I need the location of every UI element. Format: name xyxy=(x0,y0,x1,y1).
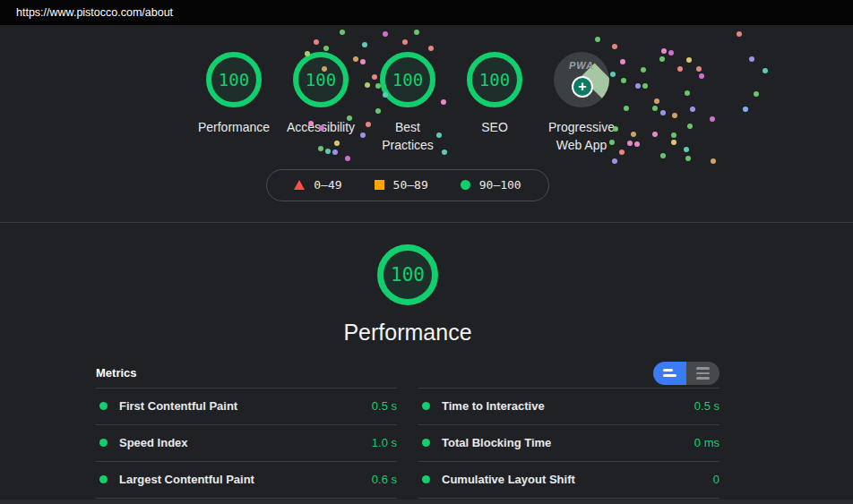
score-ring: 100 xyxy=(293,52,349,107)
confetti-dot xyxy=(763,68,768,73)
score-value: 100 xyxy=(219,70,249,90)
performance-score-value: 100 xyxy=(391,264,425,286)
metric-value: 0.5 s xyxy=(372,399,397,413)
score-label: SEO xyxy=(481,118,508,136)
score-ring: 100 xyxy=(206,52,262,107)
list-view-button[interactable] xyxy=(686,362,719,385)
metric-label: Total Blocking Time xyxy=(442,436,694,449)
legend-range: 0–49 xyxy=(314,178,341,192)
pass-dot-icon xyxy=(422,475,430,483)
metrics-col-right: Time to Interactive 0.5 s Total Blocking… xyxy=(418,388,719,499)
metric-row: Speed Index 1.0 s xyxy=(96,425,397,462)
pwa-badge[interactable]: + PWA Progressive Web App xyxy=(539,52,625,155)
pass-dot-icon xyxy=(99,475,108,483)
score-value: 100 xyxy=(306,70,336,90)
score-label: Best Practices xyxy=(368,118,447,155)
circle-icon xyxy=(461,180,470,190)
metric-value: 0 xyxy=(713,473,719,486)
score-gauge[interactable]: 100 Performance xyxy=(191,52,278,155)
plus-icon: + xyxy=(572,76,593,98)
score-ring: 100 xyxy=(380,52,435,107)
score-label: Progressive Web App xyxy=(542,118,621,155)
metrics-view-toggle xyxy=(653,362,719,385)
legend-item: 50–89 xyxy=(375,178,428,192)
pass-dot-icon xyxy=(422,402,430,410)
report-url-link[interactable]: https://www.pistocco.com/about xyxy=(16,6,173,19)
score-header-section: 100 Performance 100 Accessibility 100 Be… xyxy=(0,25,853,223)
triangle-icon xyxy=(294,180,305,190)
metric-label: Cumulative Layout Shift xyxy=(442,473,713,486)
performance-title: Performance xyxy=(96,320,719,346)
score-legend: 0–49 50–89 90–100 xyxy=(266,169,548,201)
pass-dot-icon xyxy=(99,439,108,447)
performance-gauge[interactable]: 100 xyxy=(377,244,438,305)
confetti-dot xyxy=(749,56,754,62)
legend-range: 50–89 xyxy=(393,178,428,192)
score-gauge[interactable]: 100 Accessibility xyxy=(278,52,365,155)
confetti-dot xyxy=(737,31,742,37)
metrics-heading: Metrics xyxy=(96,366,137,380)
metric-label: Time to Interactive xyxy=(442,399,694,413)
score-label: Accessibility xyxy=(287,118,355,136)
metric-label: First Contentful Paint xyxy=(119,399,372,413)
legend-range: 90–100 xyxy=(479,178,521,192)
metric-row: Cumulative Layout Shift 0 xyxy=(418,462,719,499)
metric-value: 0.6 s xyxy=(372,473,397,486)
metric-value: 0 ms xyxy=(694,436,719,449)
score-value: 100 xyxy=(479,70,510,90)
condensed-view-button[interactable] xyxy=(653,362,686,385)
metric-label: Largest Contentful Paint xyxy=(119,473,372,486)
legend-item: 0–49 xyxy=(294,178,341,192)
metric-label: Speed Index xyxy=(119,436,372,449)
pass-dot-icon xyxy=(422,439,430,447)
legend-item: 90–100 xyxy=(461,178,521,192)
url-bar: https://www.pistocco.com/about xyxy=(0,0,853,25)
score-gauge[interactable]: 100 Best Practices xyxy=(365,52,452,155)
score-gauges-row: 100 Performance 100 Accessibility 100 Be… xyxy=(96,25,719,155)
pwa-logo-text: PWA xyxy=(554,60,609,71)
condensed-view-icon xyxy=(663,369,673,372)
confetti-dot xyxy=(743,107,748,112)
metric-row: Total Blocking Time 0 ms xyxy=(418,425,719,462)
metrics-grid: First Contentful Paint 0.5 s Speed Index… xyxy=(96,388,719,499)
score-value: 100 xyxy=(392,70,423,90)
score-label: Performance xyxy=(198,118,270,136)
bottom-strip xyxy=(0,500,853,504)
metric-value: 0.5 s xyxy=(694,399,719,413)
performance-section: 100 Performance Metrics First Contentful xyxy=(0,223,853,499)
pwa-badge-icon: + PWA xyxy=(554,52,609,107)
metrics-col-left: First Contentful Paint 0.5 s Speed Index… xyxy=(96,388,397,499)
square-icon xyxy=(375,180,384,190)
metric-row: Time to Interactive 0.5 s xyxy=(418,389,719,425)
metric-row: First Contentful Paint 0.5 s xyxy=(96,389,397,425)
score-ring: 100 xyxy=(467,52,522,107)
list-view-icon xyxy=(696,367,710,370)
score-gauge[interactable]: 100 SEO xyxy=(452,52,539,155)
pass-dot-icon xyxy=(99,402,108,410)
confetti-dot xyxy=(754,91,759,97)
metric-value: 1.0 s xyxy=(372,436,397,449)
metric-row: Largest Contentful Paint 0.6 s xyxy=(96,462,397,499)
